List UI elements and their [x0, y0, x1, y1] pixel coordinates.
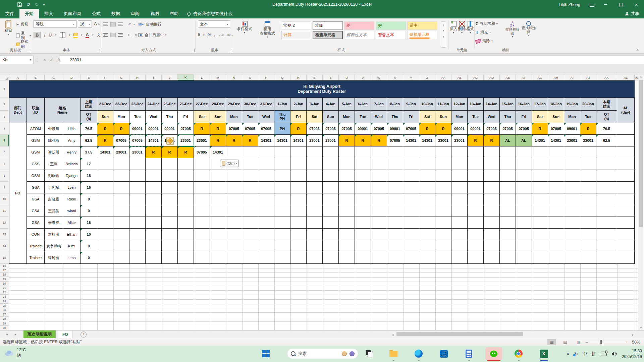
- cell-shift-winni-16-Jan[interactable]: [516, 205, 532, 217]
- cell-shift-winni-10-Jan[interactable]: [419, 205, 435, 217]
- cell-shift-Kimi-28-Dec[interactable]: [210, 240, 226, 252]
- cell-shift-Henry-30-Dec[interactable]: [242, 146, 258, 158]
- font-dialog-launcher-icon[interactable]: [97, 49, 100, 52]
- cell-shift-Lena-1-Jan[interactable]: [274, 252, 290, 264]
- cell-shift-Kimi-9-Jan[interactable]: [403, 240, 419, 252]
- cell-shift-Rose-25-Dec[interactable]: [162, 193, 178, 205]
- cell-name-cn-Henry[interactable]: 谢沃明: [45, 146, 63, 158]
- cell-shift-Henry-10-Jan[interactable]: [419, 146, 435, 158]
- cell-shift-Belinda-17-Jan[interactable]: [532, 158, 548, 170]
- cell-shift-Belinda-27-Dec[interactable]: [194, 158, 210, 170]
- cell-shift-Lena-11-Jan[interactable]: [435, 252, 451, 264]
- cell-shift-Ethan-3-Jan[interactable]: [307, 229, 323, 240]
- cell-shift-Alice-8-Jan[interactable]: [387, 217, 403, 229]
- cell-shift-Django-25-Dec[interactable]: [162, 170, 178, 182]
- row-header-26[interactable]: 26: [0, 308, 9, 312]
- cell-shift-Lena-20-Jan[interactable]: [580, 252, 596, 264]
- cell-shift-Rose-15-Jan[interactable]: [500, 193, 516, 205]
- cell-shift-Henry-5-Jan[interactable]: [339, 146, 355, 158]
- cell-shift-Lilith-8-Jan[interactable]: 09001: [387, 123, 403, 135]
- cell-shift-winni-14-Jan[interactable]: [484, 205, 500, 217]
- cell-name-cn-Lilith[interactable]: 钟晨晨: [45, 123, 63, 135]
- horizontal-scroll-thumb[interactable]: [396, 332, 523, 336]
- cell-shift-Belinda-9-Jan[interactable]: [403, 158, 419, 170]
- cell-shift-Lilith-27-Dec[interactable]: R: [194, 123, 210, 135]
- cell-name-en-Lilith[interactable]: Lilith: [63, 123, 80, 135]
- column-header-E[interactable]: E: [80, 74, 97, 80]
- cell-shift-Django-20-Jan[interactable]: [580, 170, 596, 182]
- column-header-AD[interactable]: AD: [484, 74, 500, 80]
- cell-shift-Lven-29-Dec[interactable]: [226, 182, 242, 193]
- accounting-format-icon[interactable]: ¥: [198, 33, 200, 37]
- column-header-G[interactable]: G: [113, 74, 129, 80]
- cell-shift-Django-28-Dec[interactable]: [210, 170, 226, 182]
- cell-shift-Alice-9-Jan[interactable]: [403, 217, 419, 229]
- cell-shift-Django-6-Jan[interactable]: [355, 170, 371, 182]
- cell-shift-Rose-6-Jan[interactable]: [355, 193, 371, 205]
- cell-shift-Amy-13-Jan[interactable]: R: [468, 135, 484, 146]
- row-header-30[interactable]: 30: [0, 326, 9, 330]
- row-header-2[interactable]: 2: [0, 98, 9, 111]
- cell-shift-Belinda-10-Jan[interactable]: [419, 158, 435, 170]
- ribbon-tab-页面布局[interactable]: 页面布局: [58, 9, 87, 18]
- align-top-icon[interactable]: [103, 22, 108, 26]
- cell-shift-Lven-13-Jan[interactable]: [468, 182, 484, 193]
- enter-icon[interactable]: ✓: [50, 57, 54, 62]
- cell-shift-Lven-6-Jan[interactable]: [355, 182, 371, 193]
- cell-shift-Kimi-19-Jan[interactable]: [564, 240, 580, 252]
- cell-shift-Rose-23-Dec[interactable]: [129, 193, 146, 205]
- wechat-button[interactable]: [485, 347, 502, 360]
- cell-ot-cur-Lilith[interactable]: 76.5: [596, 123, 617, 135]
- cell-shift-Belinda-3-Jan[interactable]: [307, 158, 323, 170]
- cell-shift-Lena-18-Jan[interactable]: [548, 252, 564, 264]
- cell-shift-Ethan-25-Dec[interactable]: [162, 229, 178, 240]
- cell-jd-Lena[interactable]: Trainee: [27, 252, 45, 264]
- cell-shift-winni-20-Jan[interactable]: [580, 205, 596, 217]
- cell-shift-Amy-15-Jan[interactable]: AL: [500, 135, 516, 146]
- cell-shift-Henry-24-Dec[interactable]: R: [146, 146, 162, 158]
- cell-ot-prev-Henry[interactable]: 37.5: [80, 146, 97, 158]
- hidden-icons-chevron[interactable]: ∧: [567, 352, 569, 356]
- ribbon-tab-公式[interactable]: 公式: [87, 9, 106, 18]
- cell-jd-Belinda[interactable]: GSS: [27, 158, 45, 170]
- column-header-W[interactable]: W: [371, 74, 387, 80]
- cell-shift-Django-13-Jan[interactable]: [468, 170, 484, 182]
- row-header-5[interactable]: 5: [0, 135, 9, 146]
- cell-shift-Alice-28-Dec[interactable]: [210, 217, 226, 229]
- cell-shift-Kimi-2-Jan[interactable]: [290, 240, 307, 252]
- cell-shift-Lven-27-Dec[interactable]: [194, 182, 210, 193]
- cell-shift-Henry-31-Dec[interactable]: [258, 146, 274, 158]
- sheet-nav-left-icon[interactable]: ◂: [6, 330, 8, 338]
- cell-shift-Rose-10-Jan[interactable]: [419, 193, 435, 205]
- cell-jd-Lven[interactable]: GSA: [27, 182, 45, 193]
- cell-shift-Lena-24-Dec[interactable]: [146, 252, 162, 264]
- cell-shift-Amy-26-Dec[interactable]: 23001: [178, 135, 194, 146]
- cell-shift-Amy-7-Jan[interactable]: R: [371, 135, 387, 146]
- conditional-formatting-button[interactable]: 条件格式▾: [234, 21, 255, 34]
- cell-ot-prev-Belinda[interactable]: 17: [80, 158, 97, 170]
- cell-shift-Amy-3-Jan[interactable]: 23001: [307, 135, 323, 146]
- row-header-25[interactable]: 25: [0, 304, 9, 308]
- row-header-6[interactable]: 6: [0, 146, 9, 158]
- cell-shift-Amy-23-Dec[interactable]: 07005: [129, 135, 146, 146]
- cell-shift-Belinda-25-Dec[interactable]: [162, 158, 178, 170]
- merge-center-button[interactable]: 合并后居中▾: [138, 33, 167, 38]
- cell-al-Amy[interactable]: [617, 135, 635, 146]
- cell-al-Django[interactable]: [617, 170, 635, 182]
- cell-shift-Amy-27-Dec[interactable]: 23001: [194, 135, 210, 146]
- align-right-icon[interactable]: [118, 33, 123, 37]
- cell-shift-Alice-14-Jan[interactable]: [484, 217, 500, 229]
- cell-shift-winni-1-Jan[interactable]: [274, 205, 290, 217]
- cell-shift-Kimi-26-Dec[interactable]: [178, 240, 194, 252]
- zoom-out-icon[interactable]: −: [584, 339, 589, 345]
- cell-shift-Lilith-14-Jan[interactable]: 07005: [484, 123, 500, 135]
- cell-shift-Lven-16-Jan[interactable]: [516, 182, 532, 193]
- column-header-O[interactable]: O: [242, 74, 258, 80]
- grow-font-icon[interactable]: A▴: [94, 21, 100, 26]
- formula-input[interactable]: 23001: [60, 55, 644, 64]
- cell-shift-Lven-17-Jan[interactable]: [532, 182, 548, 193]
- cell-shift-Belinda-31-Dec[interactable]: [258, 158, 274, 170]
- increase-indent-icon[interactable]: ⇥: [133, 33, 137, 37]
- cell-shift-Henry-3-Jan[interactable]: [307, 146, 323, 158]
- gallery-scroll-buttons[interactable]: ▴▾⊻: [441, 21, 446, 48]
